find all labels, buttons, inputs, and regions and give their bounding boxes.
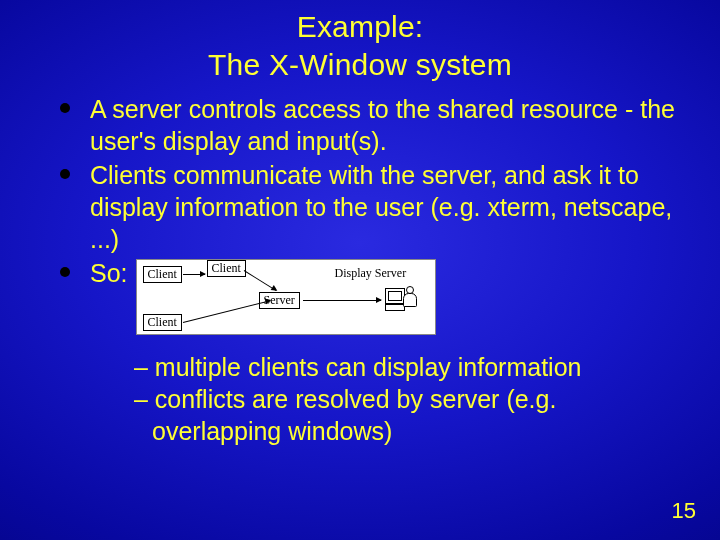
bullet-text: So: (90, 257, 128, 289)
diagram-display-server-label: Display Server (335, 266, 407, 281)
slide-title: Example: The X-Window system (0, 0, 720, 83)
arrow-icon (182, 300, 270, 323)
arrow-icon (243, 270, 276, 291)
slide-number: 15 (672, 498, 696, 524)
bullet-list: A server controls access to the shared r… (50, 93, 680, 335)
bullet-icon (60, 169, 70, 179)
arrow-icon (183, 274, 205, 275)
title-line-1: Example: (297, 10, 424, 43)
diagram-client-box-bot: Client (143, 314, 182, 331)
sub-bullet-item: – multiple clients can display informati… (120, 351, 680, 383)
bullet-icon (60, 103, 70, 113)
bullet-text: Clients communicate with the server, and… (90, 161, 672, 253)
slide: Example: The X-Window system A server co… (0, 0, 720, 540)
slide-body: A server controls access to the shared r… (0, 83, 720, 335)
sub-bullet-list: – multiple clients can display informati… (0, 337, 720, 447)
diagram-client-box-mid: Client (207, 260, 246, 277)
diagram-client-box-top: Client (143, 266, 182, 283)
bullet-icon (60, 267, 70, 277)
bullet-item: Clients communicate with the server, and… (50, 159, 680, 255)
diagram: Client Client Client Server Display Serv… (136, 259, 436, 335)
bullet-item: A server controls access to the shared r… (50, 93, 680, 157)
arrow-icon (303, 300, 381, 301)
title-line-2: The X-Window system (208, 48, 512, 81)
sub-bullet-item: – conflicts are resolved by server (e.g.… (120, 383, 680, 447)
computer-user-icon (385, 286, 415, 316)
bullet-item: So: Client Client Client Server Display … (50, 257, 680, 335)
bullet-text: A server controls access to the shared r… (90, 95, 675, 155)
